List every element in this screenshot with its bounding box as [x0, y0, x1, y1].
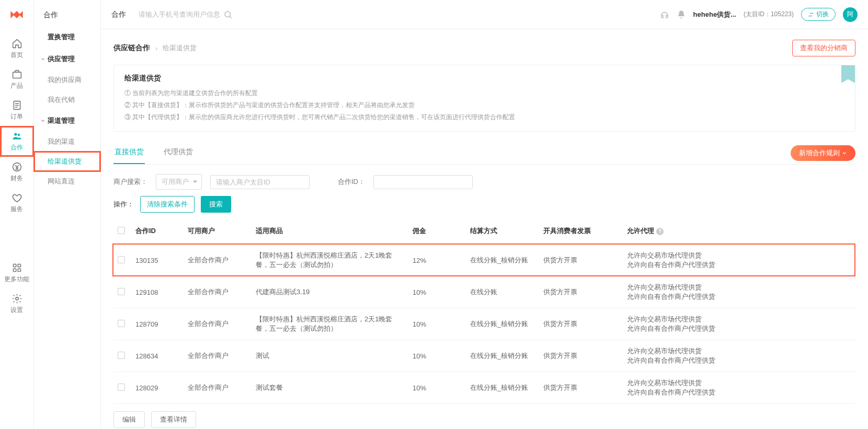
nav-settings[interactable]: 设置: [0, 288, 34, 319]
headset-icon[interactable]: [660, 10, 669, 19]
svg-rect-0: [13, 72, 21, 78]
ribbon-icon: [841, 65, 855, 83]
switch-label: 切换: [816, 10, 829, 19]
tab-直接供货[interactable]: 直接供货: [113, 142, 145, 164]
cell-merchant: 全部合作商户: [184, 308, 252, 340]
table-row[interactable]: 130135全部合作商户【限时特惠】杭州西溪悦榕庄酒店，2天1晚套餐，五一必去（…: [113, 245, 855, 276]
global-search[interactable]: 请输入手机号查询用户信息: [139, 10, 233, 19]
select-all-checkbox[interactable]: [118, 227, 125, 234]
detail-button[interactable]: 查看详情: [151, 411, 196, 428]
icon-sidebar: 首页产品订单合作财务服务更多功能设置: [0, 0, 34, 429]
nav-label: 更多功能: [4, 275, 29, 284]
nav-more[interactable]: 更多功能: [0, 258, 34, 288]
clear-filters-button[interactable]: 清除搜索条件: [140, 196, 195, 213]
row-checkbox[interactable]: [118, 384, 125, 391]
add-rule-button[interactable]: 新增合作规则: [791, 145, 855, 161]
svg-point-2: [14, 133, 17, 135]
group-label: 供应管理: [48, 54, 75, 64]
info-box-line-3: ③ 其中【代理供货】：展示您的供应商允许您进行代理供货时，您可将代销产品二次供货…: [124, 111, 844, 123]
help-icon[interactable]: ?: [656, 228, 664, 235]
group-label: 置换管理: [48, 32, 75, 42]
edit-button[interactable]: 编辑: [113, 411, 145, 428]
nav-order[interactable]: 订单: [0, 95, 34, 126]
sidebar-group-渠道管理[interactable]: 渠道管理: [34, 110, 100, 132]
sidebar-group-供应管理[interactable]: 供应管理: [34, 48, 100, 70]
col-结算方式: 结算方式: [466, 218, 539, 245]
nav-label: 首页: [10, 51, 23, 60]
filter-row: 商户搜索： 可用商户 合作ID：: [113, 174, 855, 190]
row-checkbox[interactable]: [118, 352, 125, 359]
switch-account-button[interactable]: 切换: [801, 8, 836, 21]
merchant-type-select[interactable]: 可用商户: [156, 174, 202, 190]
page-title: 合作: [111, 10, 126, 19]
nav-partner[interactable]: 合作: [0, 126, 34, 157]
cell-settlement: 在线分账_核销分账: [466, 372, 539, 404]
cell-merchant: 全部合作商户: [184, 276, 252, 308]
cell-commission: 10%: [408, 372, 466, 404]
sub-sidebar: 合作 置换管理供应管理我的供应商我在代销渠道管理我的渠道给渠道供货网站直连: [34, 0, 101, 429]
ops-row: 操作： 清除搜索条件 搜索: [113, 196, 855, 213]
info-box: 给渠道供货 ① 当前列表为您与渠道建立供货合作的所有配置 ② 其中【直接供货】：…: [113, 65, 855, 132]
svg-rect-7: [13, 269, 16, 271]
view-distributors-button[interactable]: 查看我的分销商: [792, 40, 855, 56]
more-icon: [12, 262, 22, 273]
cell-commission: 10%: [408, 276, 466, 308]
info-box-line-1: ① 当前列表为您与渠道建立供货合作的所有配置: [124, 87, 844, 99]
nav-service[interactable]: 服务: [0, 188, 34, 218]
row-checkbox[interactable]: [118, 320, 125, 327]
nav-finance[interactable]: 财务: [0, 157, 34, 188]
cell-id: 128709: [131, 308, 184, 340]
cell-commission: 10%: [408, 308, 466, 340]
table-row[interactable]: 128709全部合作商户【限时特惠】杭州西溪悦榕庄酒店，2天1晚套餐，五一必去（…: [113, 308, 855, 340]
nav-product[interactable]: 产品: [0, 64, 34, 95]
ops-label: 操作：: [113, 200, 134, 209]
sidebar-item-网站直连[interactable]: 网站直连: [34, 171, 100, 191]
group-label: 渠道管理: [48, 116, 75, 125]
search-placeholder-text: 请输入手机号查询用户信息: [139, 10, 220, 19]
cell-product: 代建商品测试3.19: [252, 276, 408, 308]
avatar[interactable]: 阿: [843, 7, 858, 22]
cell-id: 128634: [131, 340, 184, 372]
nav-home[interactable]: 首页: [0, 33, 34, 64]
cell-product: 【限时特惠】杭州西溪悦榕庄酒店，2天1晚套餐，五一必去（测试勿拍）: [252, 308, 408, 340]
svg-point-3: [17, 134, 19, 136]
cell-product: 【限时特惠】杭州西溪悦榕庄酒店，2天1晚套餐，五一必去（测试勿拍）: [252, 245, 408, 276]
row-checkbox[interactable]: [118, 256, 125, 263]
table-row[interactable]: 128029全部合作商户测试套餐10%在线分账_核销分账供货方开票允许向交易市场…: [113, 372, 855, 404]
col-适用商品: 适用商品: [252, 218, 408, 245]
table-row[interactable]: 129108全部合作商户代建商品测试3.1910%在线分账供货方开票允许向交易市…: [113, 276, 855, 308]
tab-代理供货[interactable]: 代理供货: [163, 142, 194, 164]
cell-merchant: 全部合作商户: [184, 372, 252, 404]
table-row[interactable]: 128634全部合作商户测试10%在线分账_核销分账供货方开票允许向交易市场代理…: [113, 340, 855, 372]
breadcrumb-sep: ›: [155, 44, 157, 52]
chevron-down-icon: [40, 56, 45, 62]
partner-icon: [12, 131, 22, 142]
row-checkbox[interactable]: [118, 288, 125, 295]
chevron-down-icon: [842, 150, 847, 156]
sidebar-item-给渠道供货[interactable]: 给渠道供货: [34, 152, 100, 171]
col-佣金: 佣金: [408, 218, 466, 245]
cell-settlement: 在线分账_核销分账: [466, 308, 539, 340]
breadcrumb-root[interactable]: 供应链合作: [113, 43, 150, 53]
svg-point-10: [225, 11, 231, 17]
sidebar-item-我在代销[interactable]: 我在代销: [34, 90, 100, 110]
sidebar-group-置换管理[interactable]: 置换管理: [34, 26, 100, 48]
cell-commission: 12%: [408, 245, 466, 276]
bell-icon[interactable]: [677, 10, 686, 19]
nav-label: 设置: [10, 306, 23, 315]
coop-id-input[interactable]: [373, 175, 473, 189]
cell-id: 130135: [131, 245, 184, 276]
cell-id: 128029: [131, 372, 184, 404]
cell-proxy: 允许向交易市场代理供货允许向自有合作商户代理供货: [623, 372, 855, 404]
cell-invoice: 供货方开票: [539, 340, 623, 372]
col-开具消费者发票: 开具消费者发票: [539, 218, 623, 245]
chevron-down-icon: [40, 118, 45, 123]
nav-label: 订单: [10, 112, 23, 121]
merchant-id-input[interactable]: [210, 175, 310, 189]
sidebar-item-我的供应商[interactable]: 我的供应商: [34, 70, 100, 90]
col-可用商户: 可用商户: [184, 218, 252, 245]
info-box-title: 给渠道供货: [124, 74, 844, 83]
col-合作ID: 合作ID: [131, 218, 184, 245]
search-button[interactable]: 搜索: [201, 196, 231, 213]
sidebar-item-我的渠道[interactable]: 我的渠道: [34, 132, 100, 152]
